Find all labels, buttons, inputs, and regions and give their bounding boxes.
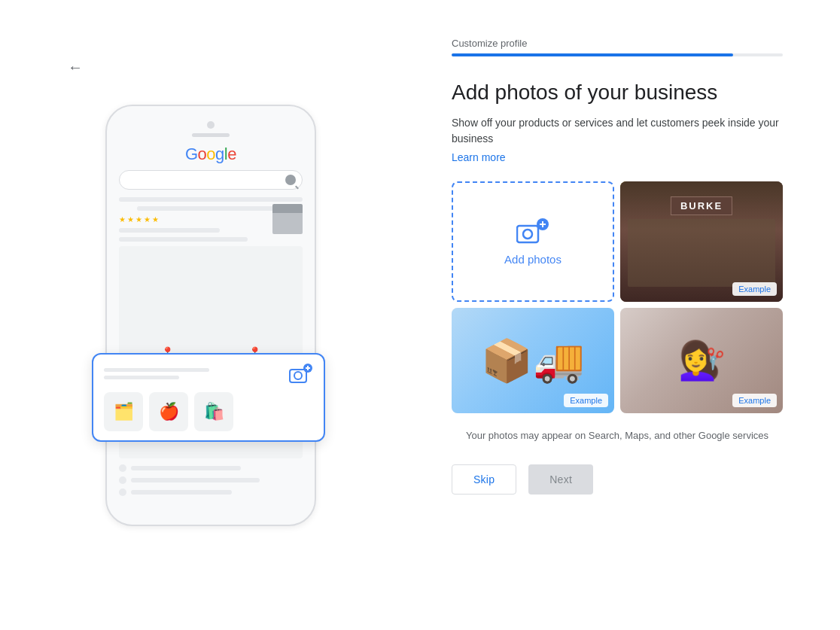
progress-section: Customize profile <box>452 38 795 56</box>
svg-point-6 <box>523 230 532 239</box>
shop-photo-tile: BURKE Example <box>620 181 783 302</box>
hair-photo-tile: 💇‍♀️ Example <box>620 308 783 413</box>
delivery-photo-tile: 📦🚚 Example <box>452 308 614 413</box>
back-arrow-button[interactable]: ← <box>68 59 83 76</box>
phone-camera <box>207 121 215 129</box>
phone-search-bar <box>119 170 303 190</box>
phone-bottom-lines <box>119 458 303 502</box>
page-title: Add photos of your business <box>452 79 795 106</box>
card-header <box>104 364 313 385</box>
progress-bar-track <box>452 53 783 56</box>
phone-info-line-1 <box>119 464 303 472</box>
phone-illustration: Google ★ ★ ★ ★ ★ 📍 📍 <box>105 105 316 526</box>
phone-line-3 <box>119 228 220 233</box>
skip-button[interactable]: Skip <box>452 464 516 495</box>
card-text-lines <box>104 368 209 379</box>
svg-point-1 <box>294 372 302 379</box>
floating-card: 🗂️ 🍎 🛍️ <box>92 353 325 442</box>
app-icon-3: 🛍️ <box>194 392 233 431</box>
add-photos-label: Add photos <box>504 253 562 266</box>
google-logo: Google <box>185 145 236 164</box>
store-icon <box>272 204 303 234</box>
hair-emoji: 💇‍♀️ <box>678 339 725 382</box>
next-button[interactable]: Next <box>528 464 593 495</box>
phone-info-line-2 <box>119 476 303 484</box>
footer-note: Your photos may appear on Search, Maps, … <box>452 428 783 443</box>
photo-grid: Add photos BURKE Example 📦🚚 Example 💇‍♀️… <box>452 181 783 413</box>
right-panel: Customize profile Add photos of your bus… <box>422 0 840 630</box>
phone-stars: ★ ★ ★ ★ ★ <box>119 215 159 224</box>
phone-speaker <box>192 133 230 137</box>
clock-icon <box>119 464 126 472</box>
store-roof <box>272 204 303 213</box>
left-panel: ← Google ★ ★ ★ ★ ★ <box>0 0 422 630</box>
store-body <box>272 213 303 234</box>
button-row: Skip Next <box>452 464 795 495</box>
progress-label: Customize profile <box>452 38 795 49</box>
delivery-example-badge: Example <box>564 394 608 407</box>
card-camera-icon <box>289 364 313 385</box>
shop-sign: BURKE <box>671 196 732 215</box>
page-description: Show off your products or services and l… <box>452 115 795 147</box>
hair-example-badge: Example <box>732 394 777 407</box>
svg-rect-5 <box>517 226 538 242</box>
phone-info-line-3 <box>119 488 303 496</box>
phone-line-2 <box>137 206 284 211</box>
app-icon-1: 🗂️ <box>104 392 143 431</box>
phone-icon <box>119 476 126 484</box>
phone-search-icon <box>285 175 296 185</box>
shop-example-badge: Example <box>732 282 777 296</box>
add-photos-camera-icon <box>516 218 549 245</box>
phone-line-1 <box>119 197 303 202</box>
delivery-person-emoji: 📦🚚 <box>481 336 585 385</box>
phone-line-4 <box>119 237 248 242</box>
progress-bar-fill <box>452 53 733 56</box>
app-icon-2: 🍎 <box>149 392 188 431</box>
learn-more-link[interactable]: Learn more <box>452 151 795 163</box>
globe-icon <box>119 488 126 496</box>
add-photos-button[interactable]: Add photos <box>452 181 614 302</box>
app-icons-row: 🗂️ 🍎 🛍️ <box>104 392 313 431</box>
